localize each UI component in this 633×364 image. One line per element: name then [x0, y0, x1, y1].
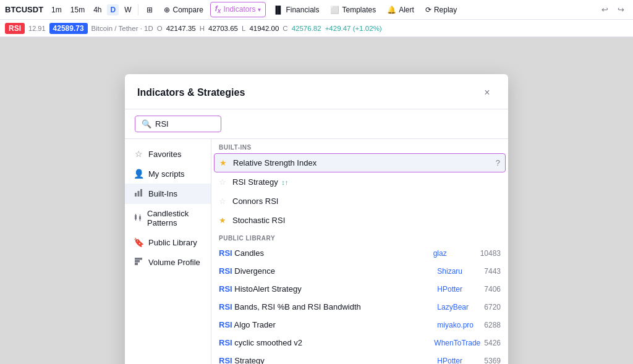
pub-item-rsi-candles[interactable]: RSI Candles glaz 10483: [211, 244, 508, 262]
redo-btn[interactable]: ↪: [613, 2, 628, 17]
price-l-label: L: [242, 25, 245, 32]
pub-text-rsi-candles: RSI Candles: [219, 248, 430, 258]
pub-text-rsi-strategy2: RSI Strategy: [219, 356, 433, 364]
help-icon[interactable]: ?: [496, 158, 500, 167]
sidebar-item-public-library[interactable]: 🔖 Public Library: [125, 232, 211, 252]
svg-rect-2: [140, 189, 142, 197]
my-scripts-label: My scripts: [148, 169, 185, 179]
public-library-section-header: PUBLIC LIBRARY: [211, 230, 508, 244]
tf-1m[interactable]: 1m: [48, 4, 65, 15]
tf-15m[interactable]: 15m: [67, 4, 88, 15]
bar-chart-nav-icon: [134, 188, 143, 199]
pub-item-rsi-algo[interactable]: RSI Algo Trader miyako.pro 6288: [211, 316, 508, 334]
price-badge-blue: 42589.73: [49, 23, 88, 34]
pub-author-hpotter2[interactable]: HPotter: [437, 357, 480, 365]
person-icon: 👤: [134, 169, 143, 179]
sidebar-item-favorites[interactable]: ☆ Favorites: [125, 144, 211, 164]
chevron-down-icon: ▾: [258, 6, 261, 13]
compare-icon: ⊕: [164, 6, 170, 14]
pub-item-rsi-histoalert[interactable]: RSI HistoAlert Strategy HPotter 7406: [211, 280, 508, 298]
alert-btn[interactable]: 🔔 Alert: [383, 4, 418, 16]
fx-icon: fx: [215, 4, 221, 14]
pub-count-rsi-candles: 10483: [480, 249, 501, 258]
sep1: [138, 4, 138, 15]
modal-title: Indicators & Strategies: [137, 87, 245, 98]
modal-body: ☆ Favorites 👤 My scripts: [125, 139, 508, 364]
symbol-label: BTCUSDT: [5, 5, 43, 14]
toolbar: BTCUSDT 1m 15m 4h D W ⊞ ⊕ Compare fx Ind…: [0, 0, 633, 20]
search-icon: 🔍: [142, 119, 151, 129]
price-h-val: 42703.65: [208, 25, 238, 32]
pub-item-rsi-cyclic[interactable]: RSI cyclic smoothed v2 WhenToTrade 5426: [211, 334, 508, 352]
search-input[interactable]: [155, 119, 205, 129]
modal-close-btn[interactable]: ×: [478, 84, 496, 101]
barpattern-icon: ⊞: [147, 6, 153, 14]
pub-text-rsi-histoalert: RSI HistoAlert Strategy: [219, 284, 433, 294]
result-connors-rsi[interactable]: ☆ Connors RSI: [211, 192, 508, 211]
built-ins-section-header: BUILT-INS: [211, 139, 508, 153]
result-stochastic-rsi-text: Stochastic RSI: [232, 216, 501, 225]
pub-author-miyako[interactable]: miyako.pro: [437, 321, 480, 329]
sidebar-item-built-ins[interactable]: Built-Ins: [125, 184, 211, 204]
result-stochastic-rsi[interactable]: ★ Stochastic RSI: [211, 211, 508, 230]
financials-btn[interactable]: ▐▌ Financials: [268, 4, 323, 16]
undo-btn[interactable]: ↩: [597, 2, 612, 17]
compare-btn[interactable]: ⊕ Compare: [159, 4, 207, 16]
sidebar-item-volume-profile[interactable]: Volume Profile: [125, 252, 211, 273]
star-empty-icon2: ☆: [219, 197, 229, 206]
search-input-wrap: 🔍: [135, 116, 221, 132]
price-o-val: 42147.35: [166, 25, 196, 32]
result-relative-strength-index[interactable]: ★ Relative Strength Index ?: [214, 153, 506, 172]
tf-w[interactable]: W: [121, 4, 134, 15]
tf-4h[interactable]: 4h: [90, 4, 104, 15]
replay-icon: ⟳: [425, 6, 431, 14]
star-empty-icon: ☆: [219, 177, 229, 187]
replay-btn[interactable]: ⟳ Replay: [421, 4, 461, 16]
pub-count-rsi-cyclic: 5426: [484, 339, 501, 347]
pub-author-whentotrade[interactable]: WhenToTrade: [434, 339, 480, 347]
sidebar-item-candlestick[interactable]: Candlestick Patterns: [125, 204, 211, 232]
price-small-val: 12.91: [28, 25, 46, 32]
candlestick-label: Candlestick Patterns: [147, 209, 202, 227]
pub-count-rsi-strategy2: 5369: [484, 357, 501, 365]
indicator-tools-btn[interactable]: ⊞: [142, 4, 157, 16]
pub-item-rsi-strategy2[interactable]: RSI Strategy HPotter 5369: [211, 352, 508, 364]
templates-btn[interactable]: ⬜ Templates: [326, 4, 380, 16]
search-bar: 🔍: [125, 109, 508, 139]
price-badge-red: RSI: [5, 23, 25, 34]
pub-item-rsi-bands[interactable]: RSI Bands, RSI %B and RSI Bandwidth Lazy…: [211, 298, 508, 316]
bell-icon: 🔔: [387, 6, 396, 14]
built-ins-label: Built-Ins: [148, 189, 177, 198]
tf-d[interactable]: D: [107, 4, 119, 15]
modal-sidebar: ☆ Favorites 👤 My scripts: [125, 139, 211, 364]
pub-item-rsi-divergence[interactable]: RSI Divergence Shizaru 7443: [211, 262, 508, 280]
result-rsi-strategy[interactable]: ☆ RSI Strategy ↕↑: [211, 172, 508, 192]
price-o-label: O: [157, 25, 163, 32]
bookmark-icon: 🔖: [134, 237, 143, 247]
template-icon: ⬜: [330, 6, 339, 14]
svg-rect-11: [135, 258, 142, 260]
volume-icon: [134, 257, 143, 268]
pub-count-rsi-bands: 6720: [484, 303, 501, 311]
svg-rect-9: [135, 263, 138, 265]
pub-author-shizaru[interactable]: Shizaru: [437, 267, 480, 276]
result-rsi-strategy-text: RSI Strategy ↕↑: [232, 177, 501, 187]
price-l-val: 41942.00: [249, 25, 279, 32]
pub-count-rsi-histoalert: 7406: [484, 285, 501, 294]
modal-results[interactable]: BUILT-INS ★ Relative Strength Index ? ☆ …: [211, 139, 508, 364]
indicators-btn[interactable]: fx Indicators ▾: [210, 2, 266, 17]
chart-area: Indicators & Strategies × 🔍 ☆ Favorites: [0, 37, 633, 364]
price-bar: RSI 12.91 42589.73 Bitcoin / Tether · 1D…: [0, 20, 633, 37]
volume-profile-label: Volume Profile: [148, 258, 200, 267]
result-connors-rsi-text: Connors RSI: [232, 197, 501, 206]
star-nav-icon: ☆: [134, 149, 143, 159]
indicators-modal: Indicators & Strategies × 🔍 ☆ Favorites: [125, 74, 508, 364]
svg-rect-10: [135, 260, 140, 263]
result-rsi-text: Relative Strength Index: [233, 158, 492, 167]
price-c-val: 42576.82: [292, 25, 321, 32]
price-c-label: C: [283, 25, 287, 32]
sidebar-item-my-scripts[interactable]: 👤 My scripts: [125, 164, 211, 184]
pub-author-glaz[interactable]: glaz: [433, 249, 477, 258]
pub-author-hpotter[interactable]: HPotter: [437, 285, 480, 294]
pub-author-lazybear[interactable]: LazyBear: [437, 303, 480, 311]
